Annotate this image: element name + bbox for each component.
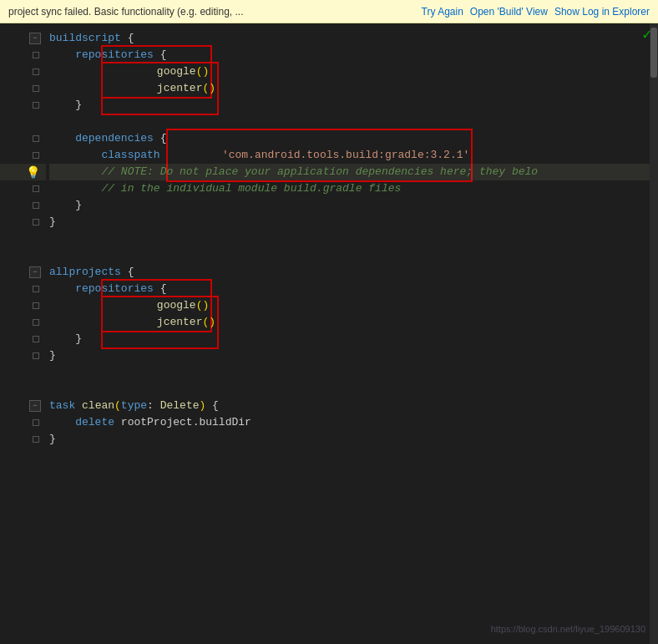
- gutter-line-12: [0, 214, 46, 231]
- breakpoint-dot-5[interactable]: [33, 102, 39, 109]
- editor-gutter: − 💡: [0, 23, 46, 644]
- gutter-line-2: [0, 47, 46, 63]
- fold-button-15[interactable]: −: [29, 266, 41, 278]
- gutter-line-21: [0, 364, 46, 381]
- breakpoint-dot-16[interactable]: [33, 286, 39, 292]
- gutter-line-17: [0, 297, 46, 314]
- code-line-24: delete rootProject.buildDir: [49, 414, 658, 431]
- gutter-line-5: [0, 97, 46, 114]
- gutter-line-25: [0, 431, 46, 448]
- code-line-15: allprojects {: [49, 264, 658, 281]
- code-line-10: // in the individual module build.gradle…: [49, 180, 658, 197]
- breakpoint-dot-4[interactable]: [33, 85, 39, 92]
- gutter-line-8: [0, 147, 46, 164]
- gutter-line-13: [0, 231, 46, 247]
- notification-bar: project sync failed. Basic functionality…: [0, 0, 658, 23]
- editor-scrollbar[interactable]: [650, 23, 658, 644]
- code-line-21: [49, 364, 658, 381]
- code-line-4: jcenter(): [49, 80, 658, 97]
- scrollbar-thumb[interactable]: [650, 28, 657, 78]
- gutter-line-7: [0, 130, 46, 147]
- breakpoint-dot-7[interactable]: [33, 135, 39, 142]
- breakpoint-dot-25[interactable]: [33, 436, 39, 443]
- gutter-line-16: [0, 281, 46, 297]
- gutter-line-18: [0, 314, 46, 331]
- breakpoint-dot-18[interactable]: [33, 319, 39, 326]
- code-line-5: }: [49, 97, 658, 114]
- code-line-23: task clean ( type : Delete ) {: [49, 398, 658, 414]
- code-line-12: }: [49, 214, 658, 231]
- gutter-line-1: −: [0, 30, 46, 47]
- code-line-25: }: [49, 431, 658, 448]
- code-line-9: // NOTE: Do not place your application d…: [49, 164, 658, 180]
- code-line-11: }: [49, 197, 658, 214]
- gutter-line-11: [0, 197, 46, 214]
- breakpoint-dot-8[interactable]: [33, 152, 39, 159]
- gutter-line-10: [0, 180, 46, 197]
- show-log-link[interactable]: Show Log in Explorer: [554, 6, 650, 18]
- code-line-18: jcenter(): [49, 314, 658, 331]
- gutter-line-3: [0, 63, 46, 80]
- open-build-link[interactable]: Open 'Build' View: [470, 6, 548, 18]
- breakpoint-dot-17[interactable]: [33, 302, 39, 309]
- sync-checkmark: ✓: [642, 25, 651, 43]
- gutter-line-9: 💡: [0, 164, 46, 180]
- gutter-line-4: [0, 80, 46, 97]
- fold-button-1[interactable]: −: [29, 33, 41, 44]
- lightbulb-icon[interactable]: 💡: [26, 165, 40, 180]
- breakpoint-dot-11[interactable]: [33, 202, 39, 209]
- code-line-20: }: [49, 347, 658, 364]
- code-line-22: [49, 381, 658, 398]
- code-content[interactable]: buildscript { repositories { google() jc…: [46, 23, 658, 644]
- code-line-6: [49, 114, 658, 130]
- fold-button-23[interactable]: −: [29, 400, 41, 412]
- gutter-line-14: [0, 247, 46, 264]
- breakpoint-dot-20[interactable]: [33, 352, 39, 359]
- gutter-line-6: [0, 114, 46, 130]
- breakpoint-dot-24[interactable]: [33, 419, 39, 426]
- breakpoint-dot-3[interactable]: [33, 68, 39, 75]
- code-line-19: }: [49, 331, 658, 347]
- breakpoint-dot-2[interactable]: [33, 52, 39, 58]
- code-editor: − 💡: [0, 23, 658, 644]
- breakpoint-dot-12[interactable]: [33, 219, 39, 226]
- watermark-text: https://blog.csdn.net/liyue_199609130: [491, 624, 645, 634]
- breakpoint-dot-19[interactable]: [33, 336, 39, 342]
- gutter-line-24: [0, 414, 46, 431]
- notification-text: project sync failed. Basic functionality…: [8, 6, 415, 18]
- code-line-1: buildscript {: [49, 30, 658, 47]
- gutter-line-15: −: [0, 264, 46, 281]
- gutter-line-22: [0, 381, 46, 398]
- gutter-line-19: [0, 331, 46, 347]
- try-again-link[interactable]: Try Again: [422, 6, 463, 18]
- code-line-13: [49, 231, 658, 247]
- code-line-14: [49, 247, 658, 264]
- gutter-line-20: [0, 347, 46, 364]
- breakpoint-dot-10[interactable]: [33, 185, 39, 192]
- gutter-line-23: −: [0, 398, 46, 414]
- code-line-8: classpath 'com.android.tools.build:gradl…: [49, 147, 658, 164]
